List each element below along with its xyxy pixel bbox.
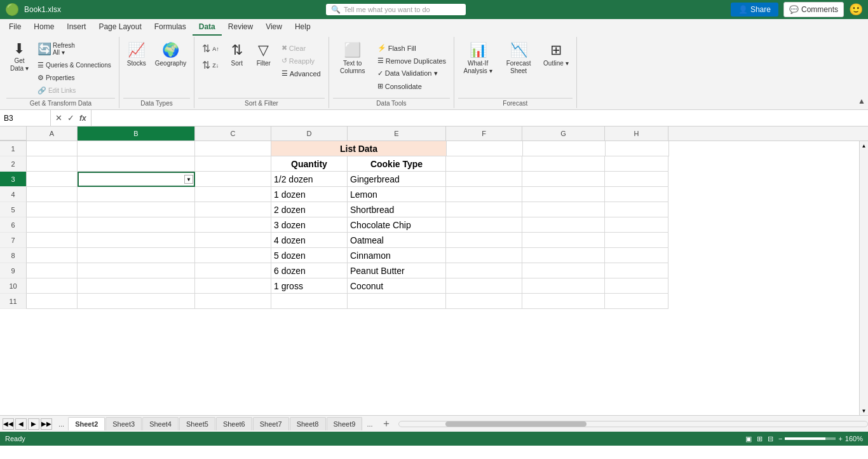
- cell-D11[interactable]: [271, 294, 348, 309]
- cell-G4[interactable]: [522, 187, 605, 202]
- properties-button[interactable]: ⚙ Properties: [34, 72, 115, 84]
- flash-fill-button[interactable]: ⚡ Flash Fill: [374, 42, 450, 54]
- cell-G8[interactable]: [522, 248, 605, 263]
- cell-A3[interactable]: [27, 172, 78, 187]
- cell-G1[interactable]: [523, 141, 606, 156]
- sheet-tab-sheet4[interactable]: Sheet4: [142, 417, 179, 430]
- cell-E8[interactable]: Cinnamon: [348, 248, 446, 263]
- sheet-tab-more[interactable]: ...: [55, 418, 68, 430]
- cell-A10[interactable]: [27, 278, 78, 294]
- data-validation-button[interactable]: ✓ Data Validation ▾: [374, 67, 450, 79]
- tab-help[interactable]: Help: [288, 19, 317, 36]
- cell-C11[interactable]: [195, 294, 271, 309]
- cell-F2[interactable]: [446, 156, 522, 172]
- cell-F4[interactable]: [446, 187, 522, 202]
- cell-C2[interactable]: [195, 156, 271, 172]
- cell-B11[interactable]: [78, 294, 195, 309]
- sheet-tab-sheet5[interactable]: Sheet5: [179, 417, 215, 430]
- cell-H3[interactable]: [605, 172, 668, 187]
- cell-H1[interactable]: [606, 141, 669, 156]
- cell-A6[interactable]: [27, 217, 78, 233]
- cell-D2[interactable]: Quantity: [271, 156, 348, 172]
- sort-az-button[interactable]: ⇅ A↑: [198, 41, 223, 57]
- cell-H6[interactable]: [605, 217, 668, 233]
- cell-F10[interactable]: [446, 278, 522, 294]
- cell-C10[interactable]: [195, 278, 271, 294]
- what-if-button[interactable]: 📊 What-If Analysis ▾: [458, 39, 498, 78]
- sheet-nav-first[interactable]: ◀◀: [3, 418, 14, 430]
- cell-B9[interactable]: [78, 263, 195, 278]
- col-header-D[interactable]: D: [271, 127, 348, 140]
- cell-H5[interactable]: [605, 202, 668, 217]
- cancel-formula-icon[interactable]: ✕: [53, 113, 64, 123]
- cell-B6[interactable]: [78, 217, 195, 233]
- cell-ref-input[interactable]: [0, 110, 51, 126]
- sheet-nav-prev[interactable]: ◀: [15, 418, 27, 430]
- zoom-slider[interactable]: [785, 437, 836, 440]
- page-layout-icon[interactable]: ⊞: [757, 435, 763, 443]
- sheet-tab-sheet7[interactable]: Sheet7: [253, 417, 289, 430]
- cell-C9[interactable]: [195, 263, 271, 278]
- sort-button[interactable]: ⇅ Sort: [224, 39, 250, 70]
- cell-A2[interactable]: [27, 156, 78, 172]
- cell-F3[interactable]: [446, 172, 522, 187]
- share-button[interactable]: 👤 Share: [731, 3, 778, 17]
- cell-F11[interactable]: [446, 294, 522, 309]
- scroll-track[interactable]: [860, 150, 868, 406]
- refresh-all-button[interactable]: 🔄 Refresh All ▾: [34, 39, 115, 58]
- col-header-H[interactable]: H: [605, 127, 668, 140]
- cell-D4[interactable]: 1 dozen: [271, 187, 348, 202]
- zoom-out-button[interactable]: −: [778, 435, 782, 442]
- cell-F5[interactable]: [446, 202, 522, 217]
- cell-E5[interactable]: Shortbread: [348, 202, 446, 217]
- cell-H2[interactable]: [605, 156, 668, 172]
- tab-formulas[interactable]: Formulas: [148, 19, 193, 36]
- cell-B2[interactable]: [78, 156, 195, 172]
- normal-view-icon[interactable]: ▣: [745, 435, 752, 443]
- cell-F1[interactable]: [447, 141, 523, 156]
- cell-C4[interactable]: [195, 187, 271, 202]
- cell-G10[interactable]: [522, 278, 605, 294]
- cell-D10[interactable]: 1 gross: [271, 278, 348, 294]
- sheet-nav-last[interactable]: ▶▶: [41, 418, 52, 430]
- col-header-A[interactable]: A: [27, 127, 78, 140]
- cell-D1[interactable]: List Data: [271, 141, 447, 156]
- scroll-up-button[interactable]: ▲: [860, 141, 869, 150]
- cell-B5[interactable]: [78, 202, 195, 217]
- consolidate-button[interactable]: ⊞ Consolidate: [374, 80, 450, 92]
- cell-F6[interactable]: [446, 217, 522, 233]
- cell-F7[interactable]: [446, 233, 522, 248]
- cell-G2[interactable]: [522, 156, 605, 172]
- dropdown-arrow[interactable]: ▼: [184, 175, 193, 184]
- forecast-sheet-button[interactable]: 📉 Forecast Sheet: [499, 39, 538, 78]
- sheet-tab-more-right[interactable]: ...: [363, 418, 376, 430]
- search-box[interactable]: 🔍 Tell me what you want to do: [326, 4, 466, 15]
- outline-button[interactable]: ⊞ Outline ▾: [539, 39, 572, 70]
- sort-za-button[interactable]: ⇅ Z↓: [198, 57, 223, 73]
- sheet-tab-sheet3[interactable]: Sheet3: [105, 417, 142, 430]
- cell-H8[interactable]: [605, 248, 668, 263]
- sheet-tab-sheet2[interactable]: Sheet2: [68, 417, 105, 430]
- text-to-columns-button[interactable]: ⬜ Text to Columns: [333, 39, 372, 78]
- cell-D7[interactable]: 4 dozen: [271, 233, 348, 248]
- comments-button[interactable]: 💬 Comments: [783, 2, 844, 17]
- stocks-button[interactable]: 📈 Stocks: [123, 39, 150, 70]
- cell-H9[interactable]: [605, 263, 668, 278]
- cell-E3[interactable]: Gingerbread: [348, 172, 446, 187]
- col-header-E[interactable]: E: [348, 127, 446, 140]
- tab-view[interactable]: View: [259, 19, 288, 36]
- edit-links-button[interactable]: 🔗 Edit Links: [34, 85, 115, 97]
- col-header-B[interactable]: B: [78, 127, 195, 140]
- cell-D9[interactable]: 6 dozen: [271, 263, 348, 278]
- cell-D6[interactable]: 3 dozen: [271, 217, 348, 233]
- cell-B3[interactable]: ▼ Gingerbread Lemon Shortbread Chocolate…: [78, 172, 195, 187]
- tab-insert[interactable]: Insert: [60, 19, 92, 36]
- cell-C6[interactable]: [195, 217, 271, 233]
- zoom-in-button[interactable]: +: [838, 435, 842, 442]
- sheet-tab-sheet8[interactable]: Sheet8: [290, 417, 326, 430]
- cell-A7[interactable]: [27, 233, 78, 248]
- clear-button[interactable]: ✖ Clear: [278, 42, 325, 54]
- add-sheet-button[interactable]: ＋: [379, 417, 393, 431]
- cell-A8[interactable]: [27, 248, 78, 263]
- tab-data[interactable]: Data: [193, 19, 222, 36]
